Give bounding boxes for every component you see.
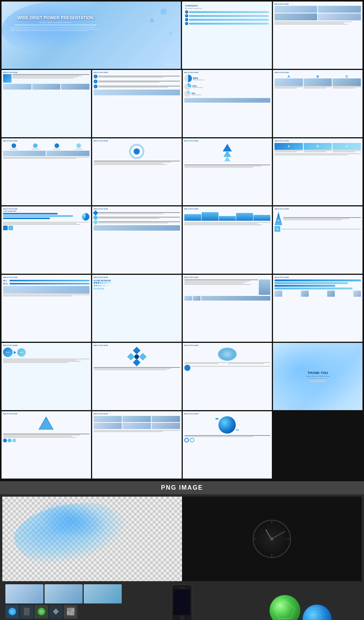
slide-r4-2-title: ADD A TITLE SLIDE	[94, 208, 180, 210]
slide-r6-2[interactable]: ADD A TITLE SLIDE	[92, 343, 182, 410]
slide-r2-1[interactable]: ADD A TITLE SLIDE	[2, 70, 91, 137]
slide-r6-1-title: ADD A TITLE SLIDE	[3, 344, 89, 346]
slide-r3-4-title: ADD A TITLE SLIDE	[275, 140, 361, 142]
slide-r5-1-title: ADD A TITLE SLIDE	[3, 276, 89, 278]
png-globes-group	[242, 584, 359, 620]
contents-subtitle: Add a subtitle or description here	[185, 8, 269, 9]
pct-50: 50%	[193, 77, 205, 80]
slide-r4-4[interactable]: ADD A TITLE SLIDE A B	[273, 206, 362, 274]
contents-num-4: 04	[185, 22, 188, 25]
slide-r4-3[interactable]: ADD A TITLE SLIDE	[183, 206, 272, 274]
num-002: 00.0+	[3, 283, 9, 285]
slide-r7-1-title: ADD A TITLE SLIDE	[3, 413, 89, 415]
hero-subtitle: Insert your subtitle or main author's na…	[10, 22, 100, 23]
slide-r2-2-title: ADD A TITLE SLIDE	[94, 71, 180, 73]
slide-title-1: ADD A TITLE SLIDE	[275, 3, 361, 5]
decrease-label: DECREASE	[94, 288, 180, 290]
slide-r2-4[interactable]: ADD A TITLE SLIDE A B	[273, 70, 362, 137]
slide-r2-1-title: ADD A TITLE SLIDE	[3, 71, 89, 73]
png-cell-checker	[2, 497, 182, 581]
year-2015: 2015	[6, 351, 10, 353]
contents-num-2: 02	[185, 14, 188, 17]
slide-r5-3[interactable]: ADD A TITLE SLIDE	[183, 275, 272, 342]
slide-r4-1-title: ADD A TITLE SLIDE	[3, 208, 89, 210]
slides-section: WIDE 29SET POWER PRESENTATION Insert you…	[0, 0, 364, 481]
slide-r7-1[interactable]: ADD A TITLE SLIDE	[2, 411, 91, 479]
slide-r7-3-title: ADD A TITLE SLIDE	[184, 413, 271, 415]
slide-r7-2-title: ADD A TITLE SLIDE	[94, 413, 180, 415]
abc-c: C	[333, 75, 361, 78]
slide-r3-2[interactable]: ADD A TITLE SLIDE	[92, 138, 182, 206]
slide-r6-2-title: ADD A TITLE SLIDE	[94, 344, 180, 346]
insert-logo: INSERT LOGO	[165, 63, 175, 65]
slide-r5-4[interactable]: ADD A TITLE SLIDE	[273, 275, 362, 342]
slide-r3-1-title: ADD A TITLE SLIDE	[3, 140, 89, 142]
slide-r3-1[interactable]: ADD A TITLE SLIDE	[2, 138, 91, 206]
slide-r3-4[interactable]: ADD A TITLE SLIDE A B C	[273, 138, 362, 206]
slide-r3-2-title: ADD A TITLE SLIDE	[94, 140, 180, 142]
slide-r4-3-title: ADD A TITLE SLIDE	[184, 208, 271, 210]
png-images-group: 📊 ⚙ 🎧 ⚙ 🌐	[5, 584, 122, 620]
slide-r4-4-title: ADD A TITLE SLIDE	[275, 208, 361, 210]
slide-r3-3-title: ADD A TITLE SLIDE	[184, 140, 271, 142]
thank-you-sub: Insert your subtitle or main author's na…	[306, 376, 330, 377]
hero-body: Started to be one of the leading marketi…	[10, 27, 100, 32]
slide-r6-1[interactable]: ADD A TITLE SLIDE 2015 2014	[2, 343, 91, 410]
png-cell-dark	[182, 497, 362, 581]
slide-r6-3[interactable]: ADD A TITLE SLIDE	[183, 343, 272, 410]
year-2014: 2014	[20, 351, 23, 353]
click-add-text: CLICK TO ADD TEXT	[3, 211, 89, 212]
abc-a: A	[275, 75, 303, 78]
png-section-label: PNG IMAGE	[0, 481, 364, 494]
slide-r5-1[interactable]: ADD A TITLE SLIDE 00.1 00.0+	[2, 275, 91, 342]
thank-you-text: THANK YOU	[306, 371, 330, 375]
slide-r2-4-title: ADD A TITLE SLIDE	[275, 71, 361, 73]
slide-r7-3[interactable]: ADD A TITLE SLIDE	[183, 411, 272, 479]
abc-b: B	[304, 75, 332, 78]
slide-r2-2[interactable]: ADD A TITLE SLIDE 1 2 3	[92, 70, 182, 137]
hero-slide[interactable]: WIDE 29SET POWER PRESENTATION Insert you…	[2, 2, 181, 69]
slide-thank-you[interactable]: THANK YOU Insert your subtitle or main a…	[273, 343, 362, 410]
slide-r2-3-title: ADD A TITLE SLIDE	[184, 71, 271, 73]
slide-r3-3[interactable]: ADD A TITLE SLIDE	[183, 138, 272, 206]
slide-r5-4-title: ADD A TITLE SLIDE	[275, 276, 361, 278]
slide-r5-3-title: ADD A TITLE SLIDE	[184, 276, 271, 278]
contents-title: CONTENTS	[185, 5, 269, 7]
slide-r4-2[interactable]: ADD A TITLE SLIDE	[92, 206, 182, 274]
contents-num-3: 03	[185, 18, 188, 21]
hero-title: WIDE 29SET POWER PRESENTATION	[10, 15, 100, 20]
slide-r5-2[interactable]: ADD A TITLE SLIDE GLOBE INCREASE	[92, 275, 182, 342]
slide-r7-2[interactable]: ADD A TITLE SLIDE	[92, 411, 182, 479]
slide-r5-2-title: ADD A TITLE SLIDE	[94, 276, 180, 278]
png-image-section: 📊 ⚙ 🎧 ⚙ 🌐	[0, 494, 364, 620]
contents-slide[interactable]: CONTENTS Add a subtitle or description h…	[182, 2, 272, 69]
num-001: 00.1	[3, 279, 9, 282]
increase-label: GLOBE INCREASE	[94, 279, 180, 282]
contents-num-1: 01	[185, 10, 188, 13]
png-phone-globe-group	[124, 584, 240, 620]
slide-r4-1[interactable]: ADD A TITLE SLIDE CLICK TO ADD TEXT	[2, 206, 91, 274]
image-grid-slide-1[interactable]: ADD A TITLE SLIDE	[273, 2, 363, 69]
slide-r6-3-title: ADD A TITLE SLIDE	[184, 344, 271, 346]
slide-r2-3[interactable]: ADD A TITLE SLIDE 50% 30%	[183, 70, 272, 137]
